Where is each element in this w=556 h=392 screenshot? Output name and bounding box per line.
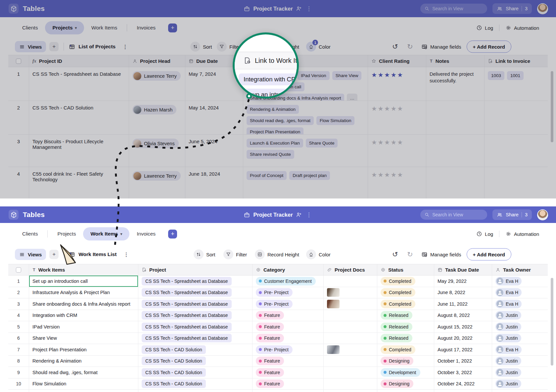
invite-user-icon[interactable] <box>296 212 302 218</box>
work-items-cell[interactable]: Launch & Execution Plan Share Quote Shar… <box>243 135 368 167</box>
task-owner-cell[interactable]: Eva H <box>492 344 548 355</box>
work-item-pill[interactable]: Rendering & Animation <box>247 105 299 114</box>
project-id-cell[interactable]: Toyy Biscuits - Product Lifecycle Manage… <box>29 135 129 167</box>
invoice-pill[interactable]: 1001 <box>507 71 524 80</box>
owner-pill[interactable]: Justin <box>495 334 521 342</box>
due-date-cell[interactable]: May 14, 2024 <box>185 101 243 134</box>
work-item-pill[interactable]: Launch & Execution Plan <box>247 139 303 148</box>
status-pill[interactable]: Released <box>381 334 412 342</box>
category-pill[interactable]: Feature <box>256 368 284 377</box>
tab-clients[interactable]: Clients <box>15 21 45 34</box>
category-pill[interactable]: Pre- Project <box>256 300 293 308</box>
column-header-status[interactable]: Status <box>377 264 434 275</box>
task-due-date-cell[interactable]: June 11, 2022 <box>434 298 492 310</box>
project-pill[interactable]: CS SS Tech - CAD Solution <box>142 357 206 365</box>
undo-button[interactable]: ↺ <box>392 38 398 55</box>
project-docs-cell[interactable] <box>324 310 377 321</box>
star-icon[interactable]: ★ <box>391 72 396 78</box>
tab-work-items[interactable]: Work Items <box>84 21 124 34</box>
status-cell[interactable]: Designing <box>377 356 434 367</box>
project-head-cell[interactable]: Olivia Stevens <box>129 135 185 167</box>
star-icon[interactable]: ★ <box>384 72 390 78</box>
status-cell[interactable]: Released <box>377 333 434 344</box>
color-button[interactable]: Color <box>306 245 331 264</box>
search-in-view[interactable] <box>420 210 487 220</box>
status-pill[interactable]: Designing <box>381 379 413 388</box>
views-button[interactable]: Views <box>15 41 46 52</box>
current-view-name[interactable]: List of Projects ⋮ <box>69 44 128 50</box>
star-icon[interactable]: ★ <box>391 172 396 178</box>
task-owner-cell[interactable]: Justin <box>492 333 548 344</box>
star-icon[interactable]: ★ <box>391 139 396 146</box>
task-due-date-cell[interactable]: August 17, 2022 <box>434 344 492 355</box>
project-docs-cell[interactable] <box>324 378 377 390</box>
select-all-checkbox[interactable] <box>16 267 21 273</box>
star-icon[interactable]: ★ <box>371 172 377 178</box>
project-id-cell[interactable]: CS SS Tech - CAD Solution <box>29 101 129 134</box>
work-items-cell[interactable]: Rendering & Animation Should read dwg, .… <box>243 101 368 134</box>
vertical-scrollbar[interactable] <box>551 278 553 366</box>
work-item-cell[interactable]: Should read dwg, .iges, format <box>29 367 138 378</box>
search-input[interactable] <box>432 6 482 11</box>
sort-button[interactable]: Sort <box>190 38 212 55</box>
column-header-task-due-date[interactable]: Task Due Date <box>434 264 492 275</box>
category-pill[interactable]: Pre- Project <box>256 345 293 354</box>
status-cell[interactable]: Completed <box>377 344 434 355</box>
status-cell[interactable]: Development <box>377 367 434 378</box>
notes-cell[interactable]: Delivered the project successfully. <box>426 67 485 101</box>
project-id-cell[interactable]: CS SS Tech - Spreadsheet as Database <box>29 67 129 101</box>
status-pill[interactable]: Completed <box>381 345 415 354</box>
work-item-pill[interactable]: Project Plan Presentation <box>247 127 303 134</box>
category-pill[interactable]: Customer Engagement <box>256 277 316 285</box>
project-docs-cell[interactable] <box>324 333 377 344</box>
project-cell[interactable]: CS SS Tech - Spreadsheet as Database <box>138 287 253 298</box>
project-cell[interactable]: CS SS Tech - CAD Solution <box>138 378 253 390</box>
task-owner-cell[interactable]: Justin <box>492 378 548 390</box>
add-table-button[interactable]: + <box>168 23 177 32</box>
add-record-button[interactable]: + Add Record <box>467 41 511 53</box>
task-owner-cell[interactable]: Eva H <box>492 287 548 298</box>
project-cell[interactable]: CS SS Tech - CAD Solution <box>138 356 253 367</box>
log-button[interactable]: Log <box>475 231 494 237</box>
work-item-pill[interactable]: Proof of Concept <box>247 171 287 180</box>
category-pill[interactable]: Feature <box>256 379 284 388</box>
category-cell[interactable]: Feature <box>253 378 324 390</box>
tab-projects[interactable]: Projects <box>50 227 83 240</box>
star-icon[interactable]: ★ <box>371 139 377 146</box>
category-cell[interactable]: Pre- Project <box>253 344 324 355</box>
automation-button[interactable]: Automation <box>504 25 540 31</box>
project-docs-cell[interactable] <box>324 321 377 332</box>
task-due-date-cell[interactable]: May 29, 2022 <box>434 276 492 287</box>
invoices-cell[interactable] <box>485 135 548 167</box>
star-icon[interactable]: ★ <box>371 106 377 112</box>
column-header-project-id[interactable]: fxProject ID <box>29 55 129 67</box>
due-date-cell[interactable]: June 18, 2024 <box>185 167 243 198</box>
invoice-pill[interactable]: 1003 <box>488 71 504 80</box>
task-due-date-cell[interactable]: August 8, 2022 <box>434 310 492 321</box>
client-rating-cell[interactable]: ★★★★★ <box>368 101 426 134</box>
doc-thumbnail[interactable] <box>327 288 340 297</box>
owner-pill[interactable]: Justin <box>495 311 521 320</box>
category-cell[interactable]: Pre- Project <box>253 298 324 310</box>
project-docs-cell[interactable] <box>324 298 377 310</box>
tab-invoices[interactable]: Invoices <box>129 21 163 34</box>
task-due-date-cell[interactable]: October 3, 2022 <box>434 367 492 378</box>
category-cell[interactable]: Feature <box>253 310 324 321</box>
task-owner-cell[interactable]: Justin <box>492 356 548 367</box>
project-head-cell[interactable]: Lawrence Terry <box>129 67 185 101</box>
work-items-cell[interactable]: Proof of Concept Draft project plan <box>243 167 368 198</box>
project-pill[interactable]: CS SS Tech - CAD Solution <box>142 379 206 388</box>
owner-pill[interactable]: Eva H <box>495 288 522 297</box>
sort-button[interactable]: Sort <box>194 245 215 264</box>
automation-button[interactable]: Automation <box>504 231 540 237</box>
star-icon[interactable]: ★ <box>384 139 390 146</box>
owner-pill[interactable]: Eva H <box>495 300 522 308</box>
project-docs-cell[interactable] <box>324 287 377 298</box>
tab-work-items[interactable]: Work Items▾ <box>83 227 129 240</box>
star-icon[interactable]: ★ <box>397 72 403 78</box>
invite-user-icon[interactable] <box>296 6 302 12</box>
status-cell[interactable]: Completed <box>377 276 434 287</box>
status-pill[interactable]: Development <box>381 368 420 377</box>
status-pill[interactable]: Completed <box>381 300 415 308</box>
invoices-cell[interactable] <box>485 101 548 134</box>
